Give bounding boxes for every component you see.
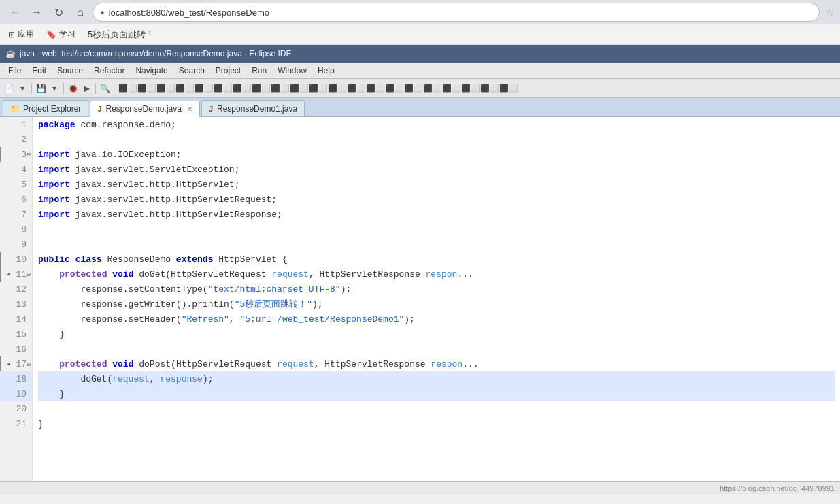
code-line-16 (38, 341, 835, 356)
code-line-15: } (38, 326, 835, 341)
code-line-6: import javax.servlet.http.HttpServletReq… (38, 192, 835, 207)
line-num-17: ◂ 17⊟ (0, 356, 32, 371)
forward-button[interactable]: → (27, 3, 46, 22)
bookmark-apps[interactable]: ⊞ 应用 (5, 27, 37, 41)
line-num-7: 7 (0, 207, 32, 222)
bookmark-learn[interactable]: 🔖 学习 (44, 27, 78, 41)
toolbar-dropdown2[interactable]: ▾ (48, 82, 61, 95)
reload-button[interactable]: ↻ (49, 3, 68, 22)
bookmark-learn-label: 学习 (59, 29, 75, 40)
kw-class: class (75, 254, 102, 265)
code-line-12: response.setContentType( "text/html;char… (38, 282, 835, 297)
menu-edit[interactable]: Edit (27, 65, 52, 77)
toolbar-dropdown1[interactable]: ▾ (16, 82, 29, 95)
code-line-7: import javax.servlet.http.HttpServletRes… (38, 207, 835, 222)
code-line-3: import java.io.IOException; (38, 147, 835, 162)
code-line-19: } (38, 386, 835, 401)
toolbar-icons-group: ⬛⬜⬛⬜⬛⬜⬛⬜⬛⬜⬛⬜⬛⬜⬛⬜⬛⬜⬛⬜⬛⬜⬛⬜⬛⬜⬛⬜⬛⬜⬛⬜⬛⬜⬛⬜⬛⬜⬛⬜… (118, 84, 518, 93)
line-num-12: 12 (0, 282, 32, 297)
str-content-type: "text/html;charset=UTF-8" (208, 284, 341, 295)
toolbar-new[interactable]: 📄 (3, 82, 15, 95)
var-response-3: response (160, 374, 202, 384)
watermark-text: https://blog.csdn.net/qq_44978991 (720, 484, 835, 492)
lock-icon: ● (100, 8, 105, 16)
line-num-1: 1 (0, 117, 32, 132)
eclipse-window: ☕ java - web_test/src/com/response/demo/… (0, 45, 840, 494)
bookmark-apps-label: 应用 (18, 29, 34, 40)
code-line-11: protected void doGet(HttpServletRequest … (38, 267, 835, 282)
code-line-2 (38, 132, 835, 147)
eclipse-title-icon: ☕ (5, 49, 16, 58)
menu-project[interactable]: Project (210, 65, 246, 77)
menu-help[interactable]: Help (312, 65, 340, 77)
toolbar-debug[interactable]: 🐞 (67, 82, 79, 95)
var-request-1: request (271, 269, 309, 280)
var-response-1: respon (426, 269, 458, 280)
eclipse-toolbar: 📄 ▾ 💾 ▾ 🐞 ▶ 🔍 ⬛⬜⬛⬜⬛⬜⬛⬜⬛⬜⬛⬜⬛⬜⬛⬜⬛⬜⬛⬜⬛⬜⬛⬜⬛⬜… (0, 79, 840, 98)
line-num-18: 18 (0, 371, 32, 386)
line-num-3: 3⊟ (0, 147, 32, 162)
toolbar-save[interactable]: 💾 (35, 82, 47, 95)
kw-import-5: import (38, 209, 70, 220)
tab-response-demo-label: ResponseDemo.java (106, 104, 182, 114)
eclipse-menubar: File Edit Source Refactor Navigate Searc… (0, 63, 840, 79)
kw-protected-1: protected (59, 269, 107, 280)
line-num-16: 16 (0, 341, 32, 356)
menu-window[interactable]: Window (272, 65, 312, 77)
code-line-9 (38, 237, 835, 252)
code-content: package com.response.demo; import java.i… (33, 117, 840, 481)
tab-response-demo[interactable]: J ResponseDemo.java ✕ (90, 101, 200, 117)
tab-project-explorer[interactable]: 📁 Project Explorer (3, 100, 88, 116)
tab-response-demo1[interactable]: J ResponseDemo1.java (201, 100, 305, 116)
kw-import-2: import (38, 165, 70, 175)
line-num-20: 20 (0, 401, 32, 416)
code-line-10: public class ResponseDemo extends HttpSe… (38, 252, 835, 267)
redirect-text: 5秒后页面跳转！ (88, 29, 154, 41)
line-num-4: 4 (0, 162, 32, 177)
kw-package: package (38, 120, 75, 130)
kw-void-1: void (112, 269, 133, 280)
var-request-2: request (277, 359, 314, 369)
code-line-1: package com.response.demo; (38, 117, 835, 132)
address-url: localhost:8080/web_test/ResponseDemo (109, 7, 269, 18)
menu-file[interactable]: File (3, 65, 27, 77)
menu-run[interactable]: Run (246, 65, 272, 77)
java-file-icon-1: J (97, 105, 101, 113)
line-num-21: 21 (0, 416, 32, 431)
kw-void-2: void (112, 359, 133, 369)
line-num-6: 6 (0, 192, 32, 207)
menu-search[interactable]: Search (173, 65, 210, 77)
code-line-17: protected void doPost(HttpServletRequest… (38, 356, 835, 371)
tab-close-1[interactable]: ✕ (187, 105, 192, 113)
bookmarks-bar: ⊞ 应用 🔖 学习 5秒后页面跳转！ (0, 24, 840, 45)
menu-source[interactable]: Source (52, 65, 88, 77)
menu-navigate[interactable]: Navigate (130, 65, 173, 77)
eclipse-statusbar: https://blog.csdn.net/qq_44978991 (0, 481, 840, 494)
line-num-13: 13 (0, 297, 32, 312)
str-refresh: "Refresh" (182, 314, 229, 324)
back-button[interactable]: ← (5, 3, 24, 22)
var-respon-2: respon (431, 359, 463, 369)
line-num-2: 2 (0, 132, 32, 147)
apps-icon: ⊞ (8, 30, 15, 39)
eclipse-titlebar: ☕ java - web_test/src/com/response/demo/… (0, 45, 840, 63)
browser-chrome: ← → ↻ ⌂ ● localhost:8080/web_test/Respon… (0, 0, 840, 45)
java-file-icon-2: J (209, 105, 213, 113)
line-num-11: ◂ 11⊟ (0, 267, 32, 282)
line-num-19: 19 (0, 386, 32, 401)
line-num-8: 8 (0, 222, 32, 237)
code-line-21: } (38, 416, 835, 431)
browser-titlebar: ← → ↻ ⌂ ● localhost:8080/web_test/Respon… (0, 0, 840, 24)
bookmark-star[interactable]: ☆ (825, 6, 835, 19)
toolbar-search[interactable]: 🔍 (99, 82, 111, 95)
kw-public-1: public (38, 254, 70, 265)
line-num-14: 14 (0, 312, 32, 326)
project-explorer-label: Project Explorer (23, 104, 81, 114)
line-num-10: 10 (0, 252, 32, 267)
address-bar[interactable]: ● localhost:8080/web_test/ResponseDemo (93, 3, 820, 22)
home-button[interactable]: ⌂ (71, 3, 90, 22)
menu-refactor[interactable]: Refactor (88, 65, 130, 77)
tab-response-demo1-label: ResponseDemo1.java (217, 104, 297, 114)
learn-icon: 🔖 (46, 30, 56, 39)
toolbar-run[interactable]: ▶ (80, 82, 93, 95)
